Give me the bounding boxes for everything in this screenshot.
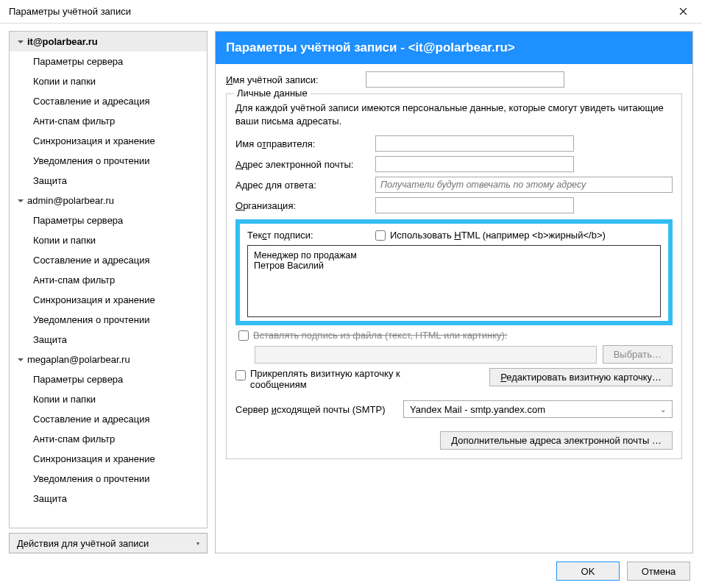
content-panel: Параметры учётной записи - <it@polarbear…	[215, 31, 693, 553]
button-additional-emails[interactable]: Дополнительные адреса электронной почты …	[440, 431, 673, 450]
input-account-name[interactable]	[366, 71, 564, 88]
chevron-down-icon	[17, 197, 24, 205]
row-sender-name: Имя отправителя:	[235, 135, 673, 152]
signature-highlight-box: Текст подписи: Использовать HTML (наприм…	[235, 219, 673, 325]
label-organization: Организация:	[235, 200, 368, 211]
account-actions-button[interactable]: Действия для учётной записи ▾	[9, 533, 208, 553]
tree-item-composition[interactable]: Составление и адресация	[10, 250, 207, 270]
tree-item-composition[interactable]: Составление и адресация	[10, 91, 207, 111]
tree-item-copies-folders[interactable]: Копии и папки	[10, 389, 207, 409]
input-email[interactable]	[375, 156, 574, 172]
select-smtp-server[interactable]: Yandex Mail - smtp.yandex.com ⌄	[403, 400, 673, 418]
checkbox-attach-vcard-wrap[interactable]: Прикреплять визитную карточку к сообщени…	[235, 368, 483, 390]
button-browse-signature-file[interactable]: Выбрать…	[603, 345, 673, 364]
fieldset-personal: Личные данные Для каждой учётной записи …	[226, 93, 682, 459]
legend-personal: Личные данные	[234, 88, 311, 99]
tree-item-sync-storage[interactable]: Синхронизация и хранение	[10, 131, 207, 151]
textarea-signature[interactable]	[247, 245, 661, 317]
account-item-it[interactable]: it@polarbear.ru	[10, 32, 207, 52]
tree-item-security[interactable]: Защита	[10, 171, 207, 191]
title-bar: Параметры учётной записи	[0, 0, 702, 24]
checkbox-use-html-wrap[interactable]: Использовать HTML (например <b>жирный</b…	[375, 230, 606, 241]
tree-item-receipts[interactable]: Уведомления о прочтении	[10, 151, 207, 171]
tree-item-security[interactable]: Защита	[10, 489, 207, 509]
tree-item-server-params[interactable]: Параметры сервера	[10, 369, 207, 389]
tree-item-copies-folders[interactable]: Копии и папки	[10, 71, 207, 91]
chevron-down-icon	[17, 356, 24, 364]
close-icon	[679, 7, 687, 15]
tree-item-receipts[interactable]: Уведомления о прочтении	[10, 310, 207, 330]
chevron-down-icon: ⌄	[660, 405, 666, 414]
select-smtp-value: Yandex Mail - smtp.yandex.com	[410, 404, 545, 415]
tree-item-sync-storage[interactable]: Синхронизация и хранение	[10, 449, 207, 469]
post-signature-area: Вставлять подпись из файла (текст, HTML …	[235, 330, 673, 450]
dropdown-caret-icon: ▾	[192, 540, 199, 547]
tree-item-antispam[interactable]: Анти-спам фильтр	[10, 429, 207, 449]
tree-item-antispam[interactable]: Анти-спам фильтр	[10, 111, 207, 131]
account-label: megaplan@polarbear.ru	[27, 354, 130, 365]
checkbox-attach-vcard-label: Прикреплять визитную карточку к сообщени…	[250, 368, 442, 390]
row-smtp: Сервер исходящей почты (SMTP) Yandex Mai…	[235, 400, 673, 418]
tree-item-server-params[interactable]: Параметры сервера	[10, 210, 207, 230]
checkbox-signature-from-file[interactable]	[238, 330, 249, 341]
input-signature-file-path	[255, 346, 597, 364]
row-signature-file: Выбрать…	[235, 345, 673, 364]
content-inner: Имя учётной записи: Личные данные Для ка…	[216, 64, 692, 470]
window-title: Параметры учётной записи	[9, 6, 131, 17]
dialog-footer: OK Отмена	[0, 554, 702, 588]
dialog-body: it@polarbear.ru Параметры сервера Копии …	[0, 24, 702, 553]
checkbox-attach-vcard[interactable]	[235, 370, 246, 380]
label-signature: Текст подписи:	[247, 230, 365, 241]
checkbox-signature-from-file-label: Вставлять подпись из файла (текст, HTML …	[253, 330, 507, 341]
input-sender-name[interactable]	[375, 135, 574, 152]
tree-item-security[interactable]: Защита	[10, 330, 207, 350]
chevron-down-icon	[17, 38, 24, 46]
panel-banner: Параметры учётной записи - <it@polarbear…	[216, 32, 692, 64]
account-tree[interactable]: it@polarbear.ru Параметры сервера Копии …	[9, 31, 208, 528]
actions-label: Действия для учётной записи	[17, 538, 149, 549]
sidebar: it@polarbear.ru Параметры сервера Копии …	[9, 31, 208, 553]
tree-item-sync-storage[interactable]: Синхронизация и хранение	[10, 290, 207, 310]
row-reply-to: Адрес для ответа:	[235, 177, 673, 193]
input-reply-to[interactable]	[375, 177, 673, 193]
account-item-megaplan[interactable]: megaplan@polarbear.ru	[10, 350, 207, 369]
banner-account: <it@polarbear.ru>	[408, 40, 515, 54]
checkbox-use-html[interactable]	[375, 230, 386, 241]
row-email: Адрес электронной почты:	[235, 156, 673, 172]
input-organization[interactable]	[375, 197, 574, 213]
label-smtp: Сервер исходящей почты (SMTP)	[235, 404, 397, 415]
row-organization: Организация:	[235, 197, 673, 213]
checkbox-use-html-label: Использовать HTML (например <b>жирный</b…	[390, 230, 606, 241]
tree-item-antispam[interactable]: Анти-спам фильтр	[10, 270, 207, 290]
close-button[interactable]	[667, 1, 699, 23]
row-signature-header: Текст подписи: Использовать HTML (наприм…	[247, 230, 661, 241]
tree-item-composition[interactable]: Составление и адресация	[10, 409, 207, 429]
button-edit-vcard[interactable]: Редактировать визитную карточку…	[489, 368, 673, 386]
tree-item-copies-folders[interactable]: Копии и папки	[10, 230, 207, 250]
tree-item-server-params[interactable]: Параметры сервера	[10, 52, 207, 71]
row-additional-emails: Дополнительные адреса электронной почты …	[235, 431, 673, 450]
checkbox-signature-from-file-wrap[interactable]: Вставлять подпись из файла (текст, HTML …	[238, 330, 673, 341]
account-label: admin@polarbear.ru	[27, 195, 114, 206]
personal-desc: Для каждой учётной записи имеются персон…	[235, 102, 673, 128]
row-account-name: Имя учётной записи:	[226, 71, 682, 88]
banner-prefix: Параметры учётной записи -	[226, 40, 408, 54]
account-label: it@polarbear.ru	[27, 36, 98, 47]
tree-item-receipts[interactable]: Уведомления о прочтении	[10, 469, 207, 489]
cancel-button[interactable]: Отмена	[627, 562, 690, 581]
label-sender-name: Имя отправителя:	[235, 138, 368, 149]
label-account-name: Имя учётной записи:	[226, 74, 358, 85]
label-email: Адрес электронной почты:	[235, 159, 368, 170]
account-item-admin[interactable]: admin@polarbear.ru	[10, 191, 207, 210]
label-reply-to: Адрес для ответа:	[235, 180, 368, 191]
ok-button[interactable]: OK	[556, 562, 620, 581]
row-vcard: Прикреплять визитную карточку к сообщени…	[235, 368, 673, 390]
